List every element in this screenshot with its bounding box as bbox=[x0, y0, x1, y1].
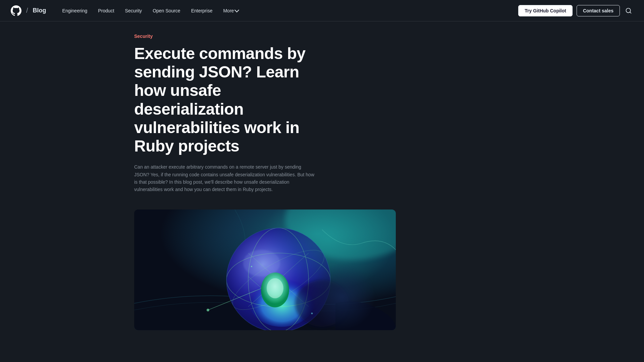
hero-illustration bbox=[134, 209, 396, 330]
hero-image bbox=[134, 209, 396, 330]
article-description: Can an attacker execute arbitrary comman… bbox=[134, 163, 315, 193]
nav-link-open-source[interactable]: Open Source bbox=[147, 0, 186, 21]
nav-link-product[interactable]: Product bbox=[93, 0, 119, 21]
nav-link-more[interactable]: More bbox=[218, 0, 244, 21]
nav-logo-link[interactable]: / Blog bbox=[11, 5, 46, 16]
svg-line-1 bbox=[630, 12, 631, 13]
svg-point-17 bbox=[267, 278, 283, 298]
nav-link-security[interactable]: Security bbox=[120, 0, 148, 21]
svg-point-21 bbox=[243, 250, 280, 277]
github-logo-icon bbox=[11, 5, 21, 16]
article-title: Execute commands by sending JSON? Learn … bbox=[134, 44, 322, 155]
main-nav: / Blog Engineering Product Security Open… bbox=[0, 0, 644, 21]
svg-point-22 bbox=[311, 312, 313, 314]
svg-point-14 bbox=[207, 309, 209, 311]
nav-link-engineering[interactable]: Engineering bbox=[57, 0, 93, 21]
article-category: Security bbox=[134, 34, 510, 39]
chevron-down-icon bbox=[234, 8, 239, 12]
nav-link-enterprise[interactable]: Enterprise bbox=[186, 0, 218, 21]
nav-actions: Try GitHub Copilot Contact sales bbox=[518, 5, 633, 16]
try-copilot-button[interactable]: Try GitHub Copilot bbox=[518, 5, 573, 16]
main-content: Security Execute commands by sending JSO… bbox=[121, 0, 523, 330]
contact-sales-button[interactable]: Contact sales bbox=[577, 5, 620, 16]
search-button[interactable] bbox=[624, 6, 633, 15]
nav-links: Engineering Product Security Open Source… bbox=[57, 0, 519, 21]
search-icon bbox=[625, 7, 632, 14]
nav-blog-title: Blog bbox=[33, 7, 46, 14]
svg-point-23 bbox=[251, 266, 252, 267]
nav-separator: / bbox=[26, 7, 28, 14]
